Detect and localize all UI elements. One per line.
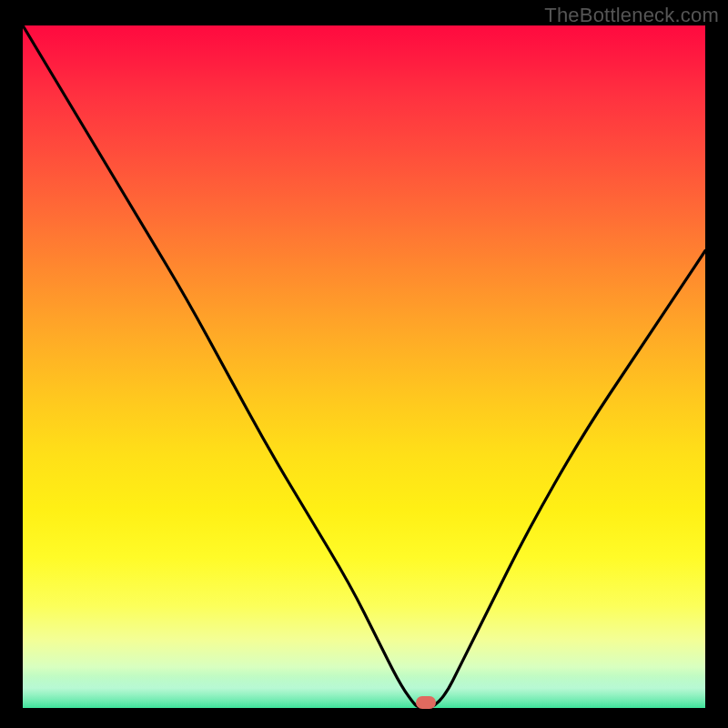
chart-stage: TheBottleneck.com (0, 0, 728, 728)
bottleneck-curve (23, 25, 705, 708)
plot-area (23, 25, 705, 708)
curve-svg (23, 25, 705, 708)
watermark-text: TheBottleneck.com (544, 4, 719, 27)
optimal-point-marker (416, 696, 436, 709)
